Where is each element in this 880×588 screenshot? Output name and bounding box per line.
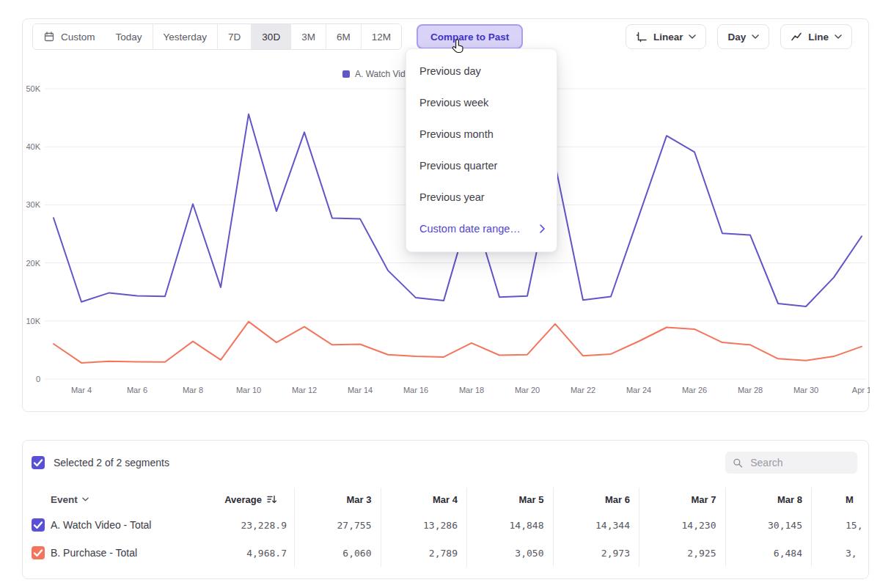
range-button-12m[interactable]: 12M: [361, 24, 401, 49]
svg-text:Mar 16: Mar 16: [403, 386, 428, 394]
row-average-value: 4,968.7: [213, 539, 294, 567]
svg-text:Mar 26: Mar 26: [682, 386, 707, 394]
svg-text:Mar 20: Mar 20: [515, 386, 540, 394]
svg-text:Mar 18: Mar 18: [459, 386, 484, 394]
check-icon: [32, 546, 45, 559]
compare-menu-item-custom-range[interactable]: Custom date range…: [406, 213, 557, 244]
svg-text:Mar 28: Mar 28: [738, 386, 763, 394]
calendar-icon: [43, 31, 55, 43]
chart-options-group: Linear Day Line: [626, 24, 852, 49]
compare-menu-item-previous-week[interactable]: Previous week: [406, 87, 557, 118]
range-button-yesterday[interactable]: Yesterday: [153, 24, 218, 49]
chevron-down-icon: [689, 34, 696, 39]
row-value: 6,060: [294, 539, 381, 567]
scale-dropdown-button[interactable]: Linear: [626, 24, 707, 49]
check-icon: [32, 456, 45, 469]
row-value: 3,: [811, 539, 868, 567]
svg-text:Apr 1: Apr 1: [852, 386, 870, 394]
row-value: 30,145: [725, 511, 812, 539]
svg-text:Mar 10: Mar 10: [236, 386, 261, 394]
svg-text:Mar 14: Mar 14: [348, 386, 373, 394]
chart-type-dropdown-button[interactable]: Line: [780, 24, 852, 49]
row-value: 2,925: [639, 539, 725, 567]
legend-swatch: [342, 70, 350, 78]
check-icon: [32, 518, 45, 532]
chart-type-dropdown-label: Line: [808, 32, 829, 43]
chevron-down-icon: [82, 497, 89, 501]
range-button-7d[interactable]: 7D: [217, 24, 251, 49]
row-value: 2,973: [553, 539, 639, 567]
toolbar: Custom TodayYesterday7D30D3M6M12M Compar…: [32, 23, 852, 50]
svg-text:0: 0: [36, 375, 40, 383]
segments-card: Selected 2 of 2 segments Event Average M…: [22, 440, 869, 579]
svg-text:Mar 30: Mar 30: [793, 386, 818, 394]
column-header-mar-4: Mar 4: [381, 488, 467, 511]
svg-text:Mar 8: Mar 8: [183, 386, 203, 394]
range-button-30d[interactable]: 30D: [251, 24, 290, 49]
row-value: 13,286: [381, 511, 467, 539]
row-label: B. Purchase - Total: [51, 539, 213, 567]
range-button-6m[interactable]: 6M: [326, 24, 361, 49]
axis-icon: [636, 31, 648, 43]
average-column-header[interactable]: Average: [213, 488, 294, 511]
row-value: 14,848: [466, 511, 553, 539]
segments-header: Selected 2 of 2 segments: [32, 451, 857, 474]
custom-range-label: Custom: [61, 32, 95, 43]
row-value: 27,755: [294, 511, 381, 539]
row-checkbox-cell: [32, 539, 51, 567]
svg-text:20K: 20K: [26, 259, 40, 268]
select-all-checkbox[interactable]: [32, 456, 45, 469]
compare-menu-item-previous-quarter[interactable]: Previous quarter: [406, 150, 557, 181]
row-value: 3,050: [466, 539, 553, 567]
column-header-mar-5: Mar 5: [466, 488, 553, 511]
compare-menu-item-previous-year[interactable]: Previous year: [406, 181, 557, 213]
column-header-mar-3: Mar 3: [294, 488, 381, 511]
selected-count-label: Selected 2 of 2 segments: [54, 457, 169, 468]
header-spacer-cell: [32, 488, 51, 511]
search-icon: [733, 457, 743, 469]
column-header-m: M: [811, 488, 868, 511]
row-checkbox[interactable]: [32, 518, 45, 532]
row-value: 6,484: [725, 539, 812, 567]
column-header-mar-8: Mar 8: [725, 488, 812, 511]
svg-text:Mar 4: Mar 4: [71, 386, 92, 394]
row-average-value: 23,228.9: [213, 511, 294, 539]
row-value: 15,: [811, 511, 868, 539]
row-value: 2,789: [381, 539, 467, 567]
svg-text:50K: 50K: [26, 84, 40, 93]
line-chart-icon: [791, 31, 802, 43]
date-range-group: Custom TodayYesterday7D30D3M6M12M: [32, 23, 402, 50]
search-box: [725, 452, 857, 474]
range-button-today[interactable]: Today: [106, 24, 153, 49]
chevron-down-icon: [752, 34, 759, 39]
custom-range-button[interactable]: Custom: [33, 24, 106, 49]
svg-text:40K: 40K: [26, 142, 40, 151]
range-button-3m[interactable]: 3M: [290, 24, 326, 49]
compare-menu-item-previous-day[interactable]: Previous day: [406, 55, 557, 87]
segments-table: Event Average Mar 3Mar 4Mar 5Mar 6Mar 7M…: [23, 488, 868, 567]
column-header-mar-6: Mar 6: [553, 488, 639, 511]
svg-text:30K: 30K: [26, 200, 40, 209]
svg-text:Mar 6: Mar 6: [127, 386, 147, 394]
compare-to-past-button[interactable]: Compare to Past: [417, 24, 523, 49]
custom-date-range-label: Custom date range…: [419, 223, 521, 235]
row-checkbox[interactable]: [32, 546, 45, 559]
event-column-header[interactable]: Event: [51, 488, 213, 511]
svg-text:10K: 10K: [26, 317, 40, 326]
interval-dropdown-button[interactable]: Day: [717, 24, 769, 49]
search-input[interactable]: [749, 456, 850, 469]
row-value: 14,230: [639, 511, 725, 539]
sort-descending-icon: [266, 494, 276, 504]
chevron-right-icon: [540, 224, 545, 233]
column-header-mar-7: Mar 7: [639, 488, 725, 511]
row-value: 14,344: [553, 511, 639, 539]
scale-dropdown-label: Linear: [653, 32, 683, 43]
svg-text:Mar 24: Mar 24: [626, 386, 651, 394]
chevron-down-icon: [835, 34, 842, 39]
interval-dropdown-label: Day: [727, 32, 746, 43]
svg-text:Mar 12: Mar 12: [292, 386, 317, 394]
compare-menu-item-previous-month[interactable]: Previous month: [406, 118, 557, 150]
row-label: A. Watch Video - Total: [51, 511, 213, 539]
average-header-label: Average: [224, 494, 262, 505]
compare-dropdown-menu: Previous dayPrevious weekPrevious monthP…: [406, 48, 557, 252]
